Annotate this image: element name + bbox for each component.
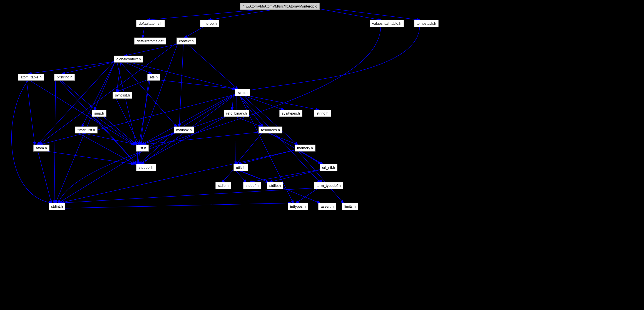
node-label: defaultatoms.h	[139, 21, 162, 26]
ets-h-node: ets.h	[147, 74, 160, 81]
node-label: tempstack.h	[417, 21, 436, 26]
svg-line-39	[232, 115, 261, 127]
svg-line-48	[222, 170, 233, 182]
atom-h-node: atom.h	[33, 145, 49, 152]
refc-binary-h-node: refc_binary.h	[224, 110, 249, 117]
interop-h-node: interop.h	[200, 20, 219, 27]
mailbox-h-node: mailbox.h	[174, 127, 194, 133]
stdlib-h-node: stdlib.h	[267, 182, 283, 189]
stdio-h-node: stdio.h	[215, 182, 231, 189]
svg-line-74	[236, 95, 236, 164]
svg-line-3	[320, 9, 381, 20]
svg-line-19	[26, 79, 35, 145]
memory-h-node: memory.h	[295, 145, 315, 152]
node-label: resources.h	[261, 128, 280, 132]
stdbool-h-node: stdbool.h	[136, 164, 156, 171]
defaultatoms-def-node: defaultatoms.def	[134, 38, 166, 44]
valueshashtable-h-node: valueshashtable.h	[370, 20, 404, 27]
limits-h-node: limits.h	[342, 203, 358, 210]
svg-line-11	[29, 61, 117, 74]
node-label: defaultatoms.def	[137, 39, 163, 43]
node-label: string.h	[317, 111, 329, 115]
svg-line-4	[334, 9, 420, 20]
node-label: bitstring.h	[57, 75, 72, 79]
resources-h-node: resources.h	[258, 127, 282, 133]
timer-list-h-node: timer_list.h	[75, 127, 98, 133]
svg-line-52	[61, 188, 320, 203]
node-label: stdio.h	[218, 183, 228, 188]
svg-line-67	[299, 150, 322, 164]
svg-line-49	[235, 170, 246, 182]
node-label: timer_list.h	[78, 128, 95, 132]
svg-line-1	[147, 9, 267, 20]
node-label: assert.h	[321, 204, 334, 209]
svg-line-69	[76, 132, 135, 164]
svg-line-37	[78, 132, 136, 145]
svg-line-47	[60, 150, 295, 203]
svg-line-29	[142, 95, 233, 145]
svg-line-28	[242, 95, 297, 145]
svg-line-25	[240, 95, 284, 110]
smp-h-node: smp.h	[92, 110, 106, 117]
svg-line-70	[28, 79, 133, 145]
node-label: atom_table.h	[21, 75, 41, 79]
svg-line-61	[39, 150, 133, 164]
node-label: stddef.h	[246, 183, 258, 188]
node-label: stdlib.h	[269, 183, 281, 188]
node-label: atom.h	[36, 146, 47, 150]
inttypes-h-node: inttypes.h	[288, 203, 308, 210]
svg-line-44	[38, 150, 51, 203]
list-h-node: list.h	[136, 145, 149, 152]
svg-line-34	[115, 97, 139, 145]
node-label: valueshashtable.h	[372, 21, 401, 26]
svg-line-7	[125, 43, 182, 56]
term-h-node: term.h	[235, 89, 250, 96]
node-label: utils.h	[236, 165, 245, 170]
synclist-h-node: synclist.h	[113, 92, 132, 99]
tempstack-h-node: tempstack.h	[414, 20, 439, 27]
node-label: synclist.h	[115, 93, 130, 97]
node-label: refc_binary.h	[226, 111, 247, 115]
svg-line-5	[143, 26, 145, 38]
svg-line-6	[185, 26, 206, 38]
node-label: erl_nif.h	[322, 165, 335, 170]
svg-line-15	[125, 61, 235, 89]
svg-line-35	[93, 115, 136, 164]
svg-line-64	[95, 115, 135, 145]
node-label: ets.h	[150, 75, 158, 79]
svg-line-72	[296, 188, 319, 203]
node-label: context.h	[179, 39, 194, 43]
node-label: interop.h	[203, 21, 217, 26]
node-label: globalcontext.h	[116, 57, 141, 61]
dependency-graph-edges	[0, 0, 644, 310]
svg-line-56	[297, 150, 343, 203]
svg-line-51	[250, 170, 320, 182]
bitstring-h-node: bitstring.h	[54, 74, 75, 81]
globalcontext-h-node: globalcontext.h	[114, 56, 143, 63]
erl-nif-h-node: erl_nif.h	[320, 164, 337, 171]
svg-line-63	[139, 115, 228, 164]
svg-line-59	[140, 43, 178, 145]
stddef-h-node: stddef.h	[243, 182, 261, 189]
node-label: sys/types.h	[282, 111, 300, 115]
context-h-node: context.h	[176, 38, 196, 44]
node-label: inttypes.h	[290, 204, 306, 209]
root-node: /_w/AtomVM/AtomVM/src/libAtomVM/interop.…	[240, 3, 320, 10]
node-label: term_typedef.h	[317, 183, 341, 188]
node-label: term.h	[237, 90, 248, 95]
svg-line-26	[242, 95, 318, 110]
svg-line-10	[39, 43, 176, 145]
assert-h-node: assert.h	[318, 203, 336, 210]
stdint-h-node: stdint.h	[49, 203, 65, 210]
string-h-node: string.h	[314, 110, 331, 117]
node-label: limits.h	[344, 204, 355, 209]
svg-line-8	[186, 43, 238, 89]
svg-line-13	[122, 61, 151, 74]
node-label: stdbool.h	[139, 165, 153, 170]
svg-line-9	[179, 43, 183, 127]
svg-line-65	[117, 61, 136, 145]
svg-line-58	[95, 61, 115, 110]
term-typedef-h-node: term_typedef.h	[314, 182, 343, 189]
node-label: mailbox.h	[176, 128, 192, 132]
node-label: smp.h	[94, 111, 104, 115]
